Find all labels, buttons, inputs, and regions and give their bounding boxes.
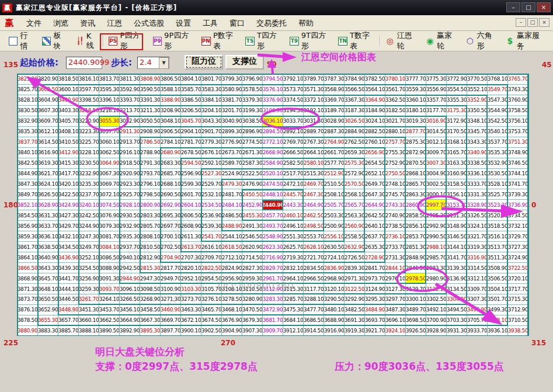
- grid-cell[interactable]: 2925.70: [120, 189, 140, 200]
- grid-cell[interactable]: 3753.70: [508, 127, 528, 137]
- grid-cell[interactable]: 3472.90: [263, 305, 283, 315]
- grid-cell[interactable]: 2570.50: [345, 179, 365, 190]
- grid-cell[interactable]: 3768.10: [488, 74, 508, 85]
- grid-cell[interactable]: 3432.10: [58, 231, 79, 242]
- grid-cell[interactable]: 3045.70: [181, 116, 201, 127]
- grid-cell[interactable]: 2724.10: [324, 252, 345, 263]
- grid-cell[interactable]: 2618.50: [222, 242, 242, 252]
- grid-cell[interactable]: 3494.50: [447, 305, 467, 315]
- grid-cell[interactable]: 2817.70: [161, 263, 181, 273]
- grid-cell[interactable]: 3405.70: [58, 116, 79, 127]
- grid-cell[interactable]: 2467.30: [304, 189, 324, 200]
- grid-cell[interactable]: 3244.90: [79, 221, 99, 231]
- menu-item-1[interactable]: 浏览: [47, 16, 74, 30]
- grid-cell[interactable]: 2736.10: [385, 231, 406, 242]
- grid-cell[interactable]: 3436.90: [58, 252, 79, 263]
- grid-cell[interactable]: 2820.10: [181, 263, 201, 273]
- grid-cell[interactable]: 3235.30: [79, 179, 99, 190]
- grid-cell[interactable]: 2673.70: [222, 148, 242, 158]
- grid-cell[interactable]: 3297.70: [385, 294, 406, 305]
- toolbar-item-p9-square[interactable]: P99P四方形: [149, 29, 197, 53]
- grid-cell[interactable]: 3048.10: [161, 116, 181, 127]
- grid-cell[interactable]: 2947.30: [140, 273, 161, 284]
- grid-cell[interactable]: 3775.30: [426, 74, 447, 85]
- grid-cell[interactable]: 3811.30: [120, 74, 140, 85]
- toolbar-item-hangqing[interactable]: 行情: [5, 29, 38, 53]
- grid-cell[interactable]: 3691.30: [345, 315, 365, 326]
- grid-cell[interactable]: 3530.50: [488, 169, 508, 179]
- grid-cell[interactable]: 2680.90: [161, 148, 181, 158]
- grid-cell[interactable]: 2812.90: [140, 252, 161, 263]
- grid-cell[interactable]: 3098.50: [140, 284, 161, 294]
- grid-cell[interactable]: 3333.70: [467, 179, 488, 190]
- grid-cell[interactable]: 3787.30: [324, 74, 345, 85]
- grid-cell[interactable]: 3516.10: [488, 231, 508, 242]
- grid-cell[interactable]: 3576.10: [263, 85, 283, 95]
- grid-cell[interactable]: 2635.30: [365, 242, 385, 252]
- grid-cell[interactable]: 3132.10: [426, 284, 447, 294]
- grid-cell[interactable]: 3220.90: [79, 116, 99, 127]
- grid-cell[interactable]: 2844.10: [385, 263, 406, 273]
- grid-cell[interactable]: 2532.10: [201, 189, 222, 200]
- grid-cell[interactable]: 2923.30: [120, 179, 140, 190]
- grid-cell[interactable]: 3729.70: [508, 231, 528, 242]
- grid-cell[interactable]: 3326.50: [467, 210, 488, 221]
- grid-cell[interactable]: 3288.10: [304, 294, 324, 305]
- grid-cell[interactable]: 3600.10: [58, 85, 79, 95]
- grid-cell[interactable]: 2731.30: [385, 252, 406, 263]
- grid-cell[interactable]: 2500.90: [324, 221, 345, 231]
- grid-cell[interactable]: 3417.70: [58, 169, 79, 179]
- grid-cell[interactable]: 2464.90: [304, 200, 324, 210]
- grid-cell[interactable]: 2916.10: [120, 148, 140, 158]
- grid-cell[interactable]: 2966.50: [304, 273, 324, 284]
- grid-cell[interactable]: 3240.10: [79, 200, 99, 210]
- grid-cell[interactable]: 3069.70: [99, 179, 120, 190]
- grid-cell[interactable]: 2918.50: [120, 158, 140, 169]
- grid-cell[interactable]: 3549.70: [488, 85, 508, 95]
- grid-cell[interactable]: 3667.30: [140, 315, 161, 326]
- start-price-input[interactable]: 2440.9099: [66, 57, 102, 69]
- grid-cell[interactable]: 2625.70: [283, 242, 304, 252]
- grid-cell[interactable]: 3741.70: [508, 179, 528, 190]
- grid-cell[interactable]: 3511.30: [488, 252, 508, 263]
- grid-cell[interactable]: 3688.90: [324, 315, 345, 326]
- grid-cell[interactable]: 3902.50: [201, 326, 222, 337]
- grid-cell[interactable]: 3036.10: [263, 116, 283, 127]
- grid-cell[interactable]: 3028.90: [324, 116, 345, 127]
- grid-cell[interactable]: 2520.10: [263, 169, 283, 179]
- grid-cell[interactable]: 3840.10: [18, 148, 38, 158]
- grid-cell[interactable]: 2592.10: [201, 158, 222, 169]
- grid-cell[interactable]: 3062.50: [99, 148, 120, 158]
- grid-cell[interactable]: 2666.50: [283, 148, 304, 158]
- grid-cell[interactable]: 2786.50: [140, 137, 161, 148]
- grid-cell[interactable]: 2997.70: [426, 200, 447, 210]
- grid-cell[interactable]: 3009.70: [426, 148, 447, 158]
- grid-cell[interactable]: 3818.50: [58, 74, 79, 85]
- grid-cell[interactable]: 3141.70: [447, 252, 467, 263]
- grid-cell[interactable]: 3864.10: [18, 252, 38, 263]
- grid-cell[interactable]: 3182.50: [385, 106, 406, 116]
- grid-cell[interactable]: 3292.90: [345, 294, 365, 305]
- grid-cell[interactable]: 2791.30: [140, 158, 161, 169]
- grid-cell[interactable]: 2913.70: [120, 137, 140, 148]
- grid-cell[interactable]: 2580.10: [304, 158, 324, 169]
- grid-cell[interactable]: 3640.90: [38, 252, 58, 263]
- grid-cell[interactable]: 3825.70: [18, 85, 38, 95]
- grid-cell[interactable]: 3456.10: [120, 305, 140, 315]
- toolbar-item-hexagon[interactable]: ⬡六角形: [461, 29, 502, 53]
- grid-cell[interactable]: 2688.10: [161, 179, 181, 190]
- grid-cell[interactable]: 3170.50: [447, 127, 467, 137]
- grid-cell[interactable]: 2764.90: [324, 137, 345, 148]
- grid-cell[interactable]: 2488.90: [222, 221, 242, 231]
- grid-cell[interactable]: 2536.90: [201, 210, 222, 221]
- grid-cell[interactable]: 2512.90: [324, 169, 345, 179]
- grid-cell[interactable]: 3060.10: [99, 137, 120, 148]
- grid-cell[interactable]: 2707.30: [181, 252, 201, 263]
- grid-cell[interactable]: 3528.10: [488, 179, 508, 190]
- grid-cell[interactable]: 3928.90: [426, 326, 447, 337]
- grid-cell[interactable]: 3127.30: [385, 284, 406, 294]
- grid-cell[interactable]: 2445.70: [283, 189, 304, 200]
- grid-cell[interactable]: 3427.30: [58, 210, 79, 221]
- grid-cell[interactable]: 3916.90: [324, 326, 345, 337]
- grid-cell[interactable]: 2661.70: [324, 148, 345, 158]
